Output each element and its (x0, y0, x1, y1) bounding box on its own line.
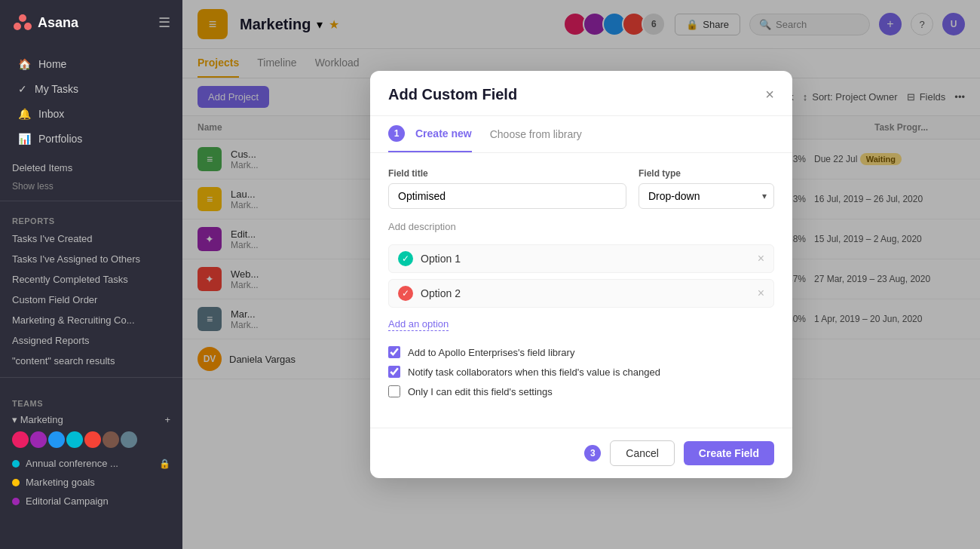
add-team-icon[interactable]: + (164, 414, 170, 425)
project-list: Annual conference ... 🔒 Marketing goals … (0, 454, 182, 511)
sidebar-item-assigned-reports[interactable]: Assigned Reports (0, 330, 182, 351)
sidebar-item-tasks-created[interactable]: Tasks I've Created (0, 228, 182, 249)
hamburger-button[interactable]: ☰ (158, 14, 170, 31)
bell-icon: 🔔 (18, 108, 31, 120)
options-list: ✓ Option 1 × ✓ Option 2 × (388, 244, 774, 308)
step-3-badge: 3 (584, 445, 601, 462)
avatar (12, 431, 29, 448)
main-content: ≡ Marketing ▾ ★ 6 🔒 Share 🔍 Search + (182, 0, 980, 549)
asana-icon (12, 12, 33, 33)
library-tab-label: Choose from library (490, 128, 582, 140)
svg-point-2 (24, 23, 32, 30)
reports-section-label: Reports (0, 207, 182, 228)
checkbox-item-3: Only I can edit this field's settings (388, 385, 774, 397)
field-title-group: Field title (388, 168, 626, 209)
sidebar-item-label: My Tasks (35, 83, 78, 95)
add-option-link[interactable]: Add an option (388, 318, 449, 331)
checkbox-item-1: Add to Apollo Enterprises's field librar… (388, 346, 774, 358)
field-type-group: Field type Drop-down Text Number Date (639, 168, 774, 209)
sidebar-item-search-results[interactable]: "content" search results (0, 351, 182, 371)
field-row: Field title Field type Drop-down Text Nu… (388, 168, 774, 209)
teams-section-label: Teams (0, 390, 182, 411)
sidebar-item-my-tasks[interactable]: ✓ My Tasks (6, 77, 176, 101)
avatar (66, 431, 83, 448)
checkbox-label-3: Only I can edit this field's settings (408, 386, 553, 397)
option-1-label: Option 1 (421, 253, 750, 265)
checkbox-only-me[interactable] (388, 385, 400, 397)
sidebar-divider (0, 201, 182, 201)
sidebar-item-custom-field[interactable]: Custom Field Order (0, 290, 182, 310)
project-dot (12, 498, 20, 505)
avatar (30, 431, 47, 448)
option-color-red: ✓ (398, 286, 413, 301)
add-description-link[interactable]: Add description (388, 221, 774, 232)
project-dot (12, 460, 20, 468)
project-item-editorial[interactable]: Editorial Campaign (6, 492, 176, 511)
create-new-tab-label: Create new (415, 127, 472, 140)
sidebar-item-home[interactable]: 🏠 Home (6, 52, 176, 76)
sidebar: Asana ☰ 🏠 Home ✓ My Tasks 🔔 Inbox 📊 Port… (0, 0, 182, 549)
checkbox-field-library[interactable] (388, 346, 400, 358)
field-type-label: Field type (639, 168, 774, 179)
checkbox-notify-collaborators[interactable] (388, 366, 400, 378)
sidebar-item-inbox[interactable]: 🔔 Inbox (6, 102, 176, 126)
sidebar-logo: Asana ☰ (0, 0, 182, 45)
check-icon: ✓ (18, 83, 27, 95)
option-color-green: ✓ (398, 251, 413, 266)
show-less-button[interactable]: Show less (0, 178, 182, 195)
project-dot (12, 479, 20, 486)
modal-tabs: 1 Create new Choose from library (370, 116, 792, 153)
avatar (103, 431, 119, 448)
svg-point-1 (14, 23, 21, 30)
modal-body: Field title Field type Drop-down Text Nu… (370, 153, 792, 428)
create-field-button[interactable]: Create Field (684, 441, 774, 465)
sidebar-deleted-label: Deleted Items (12, 162, 72, 173)
option-2-remove[interactable]: × (758, 287, 764, 300)
sidebar-item-recently-completed[interactable]: Recently Completed Tasks (0, 269, 182, 290)
asana-logo: Asana (12, 12, 78, 33)
field-type-select-wrap: Drop-down Text Number Date (639, 183, 774, 209)
sidebar-item-label: Home (38, 58, 66, 70)
sidebar-item-label: Inbox (38, 108, 64, 120)
sidebar-item-marketing[interactable]: ▾ Marketing + (0, 411, 182, 428)
modal: Add Custom Field × 1 Create new Choose f… (370, 71, 792, 478)
sidebar-divider-2 (0, 377, 182, 378)
check-icon: ✓ (402, 253, 409, 264)
avatar (121, 431, 137, 448)
checkboxes: Add to Apollo Enterprises's field librar… (388, 346, 774, 397)
modal-title: Add Custom Field (388, 86, 517, 103)
modal-footer: 3 Cancel Create Field (370, 428, 792, 478)
sidebar-nav: 🏠 Home ✓ My Tasks 🔔 Inbox 📊 Portfolios (0, 45, 182, 158)
field-title-label: Field title (388, 168, 626, 179)
modal-tab-create-new[interactable]: 1 Create new (388, 116, 472, 152)
modal-overlay: Add Custom Field × 1 Create new Choose f… (182, 0, 980, 549)
sidebar-item-marketing-recruiting[interactable]: Marketing & Recruiting Co... (0, 310, 182, 330)
option-item-1: ✓ Option 1 × (388, 244, 774, 273)
field-title-input[interactable] (388, 183, 626, 209)
checkbox-label-1: Add to Apollo Enterprises's field librar… (408, 347, 574, 358)
checkbox-item-2: Notify task collaborators when this fiel… (388, 366, 774, 378)
option-1-remove[interactable]: × (758, 252, 764, 265)
teams-section: Teams ▾ Marketing + Annual conference ..… (0, 384, 182, 517)
project-item-marketing-goals[interactable]: Marketing goals (6, 473, 176, 492)
sidebar-item-deleted[interactable]: Deleted Items (0, 158, 182, 178)
option-2-label: Option 2 (421, 287, 750, 299)
lock-icon: 🔒 (159, 459, 170, 469)
avatar (84, 431, 101, 448)
cancel-button[interactable]: Cancel (610, 440, 675, 466)
svg-point-0 (19, 14, 26, 22)
home-icon: 🏠 (18, 58, 31, 70)
asana-logo-text: Asana (38, 15, 78, 31)
project-item-annual[interactable]: Annual conference ... 🔒 (6, 454, 176, 473)
modal-header: Add Custom Field × (370, 71, 792, 116)
sidebar-item-label: Portfolios (38, 133, 82, 145)
option-item-2: ✓ Option 2 × (388, 279, 774, 308)
checkbox-label-2: Notify task collaborators when this fiel… (408, 367, 660, 378)
sidebar-item-tasks-assigned[interactable]: Tasks I've Assigned to Others (0, 249, 182, 269)
modal-close-button[interactable]: × (765, 86, 774, 103)
avatar (48, 431, 65, 448)
check-icon: ✓ (402, 288, 409, 299)
modal-tab-library[interactable]: Choose from library (490, 119, 582, 149)
sidebar-item-portfolios[interactable]: 📊 Portfolios (6, 127, 176, 151)
field-type-select[interactable]: Drop-down Text Number Date (639, 183, 774, 209)
